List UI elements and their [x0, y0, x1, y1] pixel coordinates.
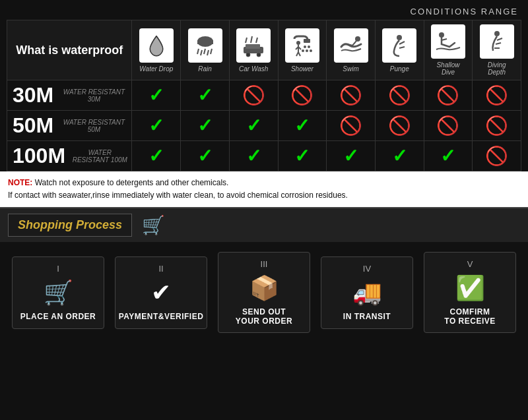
cell-30M-0: ✓ — [132, 80, 181, 111]
step-1: I 🛒 PLACE AN ORDER — [12, 256, 104, 329]
waterproof-section: CONDITIONS RANGE What is waterproof Wate… — [0, 0, 528, 171]
condition-rain: Rain — [181, 20, 230, 80]
shower-label: Shower — [281, 65, 324, 73]
svg-rect-14 — [304, 39, 310, 43]
step-number: I — [57, 264, 59, 274]
condition-punge: Punge — [375, 20, 424, 80]
note-section: NOTE: Watch not exposure to detergents a… — [0, 171, 528, 207]
shopping-banner: Shopping Process 🛒 — [0, 207, 528, 242]
no-symbol: 🚫 — [485, 85, 508, 105]
step-label: IN TRANSIT — [343, 312, 391, 321]
check-mark: ✓ — [197, 115, 213, 136]
svg-point-34 — [494, 31, 500, 36]
check-mark: ✓ — [246, 115, 261, 136]
no-symbol: 🚫 — [388, 85, 411, 105]
svg-line-13 — [256, 38, 257, 43]
step-5: V ✅ COMFIRMTO RECEIVE — [424, 252, 516, 333]
swim-label: Swim — [329, 65, 372, 73]
check-mark: ✓ — [392, 146, 407, 166]
svg-line-31 — [399, 47, 405, 48]
cell-50M-1: ✓ — [181, 111, 230, 141]
svg-line-2 — [197, 49, 199, 54]
cell-50M-0: ✓ — [132, 111, 181, 141]
step-number: II — [158, 264, 163, 274]
step-label: PLACE AN ORDER — [20, 312, 96, 321]
step-number: V — [467, 259, 473, 269]
step-number: III — [261, 259, 268, 269]
row-label-100M: 100M WATER RESISTANT 100M — [7, 141, 132, 171]
step-icon: 🛒 — [44, 279, 73, 307]
svg-line-5 — [201, 50, 202, 55]
cell-30M-5: 🚫 — [375, 80, 424, 111]
check-mark: ✓ — [197, 146, 213, 166]
svg-rect-1 — [197, 40, 213, 44]
svg-line-11 — [246, 38, 247, 43]
condition-swim: Swim — [327, 20, 376, 80]
svg-point-29 — [397, 35, 402, 40]
step-icon: ✅ — [455, 274, 485, 302]
row-label-50M: 50M WATER RESISTANT 50M — [7, 111, 132, 141]
svg-line-3 — [204, 49, 205, 54]
condition-divingdepth: DivingDepth — [473, 20, 521, 80]
no-symbol: 🚫 — [242, 85, 265, 105]
waterdrop-label: Water Drop — [135, 65, 178, 73]
condition-carwash: Car Wash — [229, 20, 278, 80]
shallowdive-label: ShallowDive — [427, 61, 470, 76]
cell-100M-7: 🚫 — [473, 141, 521, 171]
note-label: NOTE: — [8, 178, 32, 187]
step-label: SEND OUTYOUR ORDER — [236, 307, 292, 326]
step-icon: 📦 — [249, 274, 279, 302]
check-mark: ✓ — [148, 85, 164, 105]
shopping-title: Shopping Process — [8, 214, 132, 237]
svg-line-6 — [207, 50, 209, 55]
row-label-30M: 30M WATER RESISTANT 30M — [7, 80, 132, 111]
waterproof-table: What is waterproof Water Drop — [7, 20, 521, 171]
no-symbol: 🚫 — [436, 85, 459, 105]
step-3: III 📦 SEND OUTYOUR ORDER — [218, 252, 310, 333]
steps-section: I 🛒 PLACE AN ORDER II ✔ PAYMENT&VERIFIED… — [0, 242, 528, 346]
svg-point-10 — [257, 53, 261, 57]
svg-line-12 — [251, 36, 252, 43]
punge-label: Punge — [378, 65, 421, 73]
cell-100M-5: ✓ — [375, 141, 424, 171]
cell-100M-3: ✓ — [278, 141, 327, 171]
carwash-label: Car Wash — [232, 65, 275, 73]
step-label: COMFIRMTO RECEIVE — [444, 307, 495, 326]
what-is-waterproof-label: What is waterproof — [7, 20, 132, 80]
no-symbol: 🚫 — [339, 85, 362, 105]
svg-point-16 — [308, 45, 310, 48]
check-mark: ✓ — [294, 115, 310, 136]
no-symbol: 🚫 — [436, 115, 459, 136]
cell-30M-6: 🚫 — [424, 80, 473, 111]
check-mark: ✓ — [343, 146, 358, 166]
cell-50M-2: ✓ — [229, 111, 278, 141]
condition-shallowdive: ShallowDive — [424, 20, 473, 80]
cell-30M-1: ✓ — [181, 80, 230, 111]
note-text: Watch not exposure to detergents and oth… — [8, 178, 348, 200]
cell-50M-5: 🚫 — [375, 111, 424, 141]
cell-30M-3: 🚫 — [278, 80, 327, 111]
step-4: IV 🚚 IN TRANSIT — [321, 256, 413, 329]
svg-line-30 — [399, 42, 405, 44]
rain-label: Rain — [183, 65, 226, 73]
no-symbol: 🚫 — [339, 115, 362, 136]
cell-100M-1: ✓ — [181, 141, 230, 171]
condition-waterdrop: Water Drop — [132, 20, 181, 80]
cell-100M-4: ✓ — [327, 141, 376, 171]
cell-50M-4: 🚫 — [327, 111, 376, 141]
svg-point-9 — [246, 53, 250, 57]
svg-line-27 — [352, 41, 356, 45]
svg-line-4 — [211, 49, 212, 54]
cell-100M-0: ✓ — [132, 141, 181, 171]
svg-line-36 — [496, 43, 501, 44]
table-row: 30M WATER RESISTANT 30M ✓✓🚫🚫🚫🚫🚫🚫 — [7, 80, 521, 111]
check-mark: ✓ — [246, 146, 261, 166]
svg-point-19 — [310, 49, 312, 52]
cell-50M-6: 🚫 — [424, 111, 473, 141]
cell-100M-2: ✓ — [229, 141, 278, 171]
svg-line-35 — [497, 38, 502, 40]
header-row: What is waterproof Water Drop — [7, 20, 521, 80]
divingdepth-label: DivingDepth — [475, 61, 518, 76]
no-symbol: 🚫 — [388, 115, 411, 136]
svg-point-20 — [296, 41, 300, 45]
